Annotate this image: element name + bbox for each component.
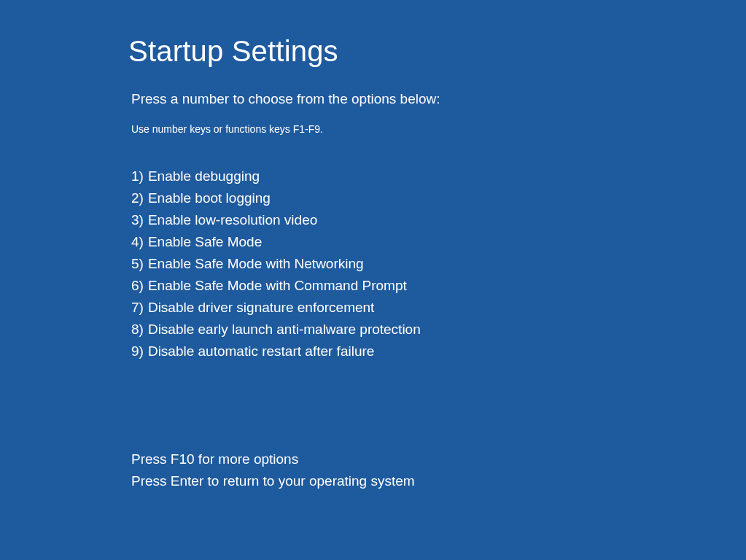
- page-title: Startup Settings: [128, 35, 746, 68]
- options-list: 1) Enable debugging 2) Enable boot loggi…: [128, 166, 746, 362]
- option-disable-auto-restart[interactable]: 9) Disable automatic restart after failu…: [131, 341, 746, 362]
- option-enable-safe-mode-cmd[interactable]: 6) Enable Safe Mode with Command Prompt: [131, 275, 746, 297]
- option-label: Enable low-resolution video: [148, 209, 317, 231]
- hint-text: Use number keys or functions keys F1-F9.: [128, 123, 746, 135]
- option-label: Enable Safe Mode with Command Prompt: [148, 275, 407, 297]
- option-enable-low-res-video[interactable]: 3) Enable low-resolution video: [131, 209, 746, 231]
- option-number: 9): [131, 341, 144, 362]
- option-label: Disable automatic restart after failure: [148, 341, 374, 362]
- option-number: 8): [131, 319, 144, 341]
- option-label: Enable debugging: [148, 166, 260, 187]
- option-number: 7): [131, 297, 144, 319]
- option-label: Disable driver signature enforcement: [148, 297, 375, 319]
- footer-instructions: Press F10 for more options Press Enter t…: [128, 448, 746, 492]
- option-number: 1): [131, 166, 144, 187]
- option-enable-safe-mode-networking[interactable]: 5) Enable Safe Mode with Networking: [131, 253, 746, 275]
- option-number: 4): [131, 231, 144, 253]
- option-enable-boot-logging[interactable]: 2) Enable boot logging: [131, 187, 746, 209]
- option-number: 2): [131, 187, 144, 209]
- option-number: 5): [131, 253, 144, 275]
- option-disable-driver-sig[interactable]: 7) Disable driver signature enforcement: [131, 297, 746, 319]
- return-hint: Press Enter to return to your operating …: [131, 470, 746, 492]
- option-label: Enable Safe Mode with Networking: [148, 253, 364, 275]
- startup-settings-screen: Startup Settings Press a number to choos…: [0, 0, 746, 492]
- option-enable-debugging[interactable]: 1) Enable debugging: [131, 166, 746, 187]
- instruction-text: Press a number to choose from the option…: [128, 91, 746, 107]
- option-number: 3): [131, 209, 144, 231]
- option-enable-safe-mode[interactable]: 4) Enable Safe Mode: [131, 231, 746, 253]
- option-label: Enable boot logging: [148, 187, 271, 209]
- option-label: Enable Safe Mode: [148, 231, 262, 253]
- more-options-hint: Press F10 for more options: [131, 448, 746, 470]
- option-disable-anti-malware[interactable]: 8) Disable early launch anti-malware pro…: [131, 319, 746, 341]
- option-number: 6): [131, 275, 144, 297]
- option-label: Disable early launch anti-malware protec…: [148, 319, 421, 341]
